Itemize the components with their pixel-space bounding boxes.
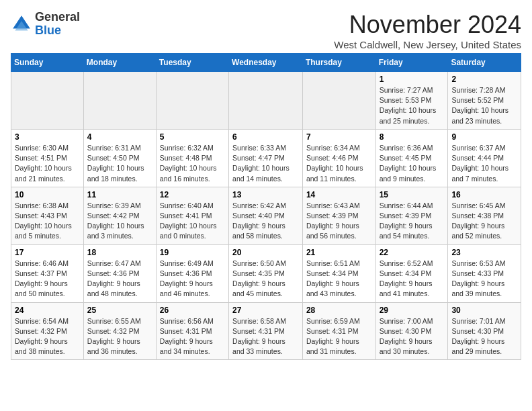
day-detail: Sunrise: 6:39 AM Sunset: 4:42 PM Dayligh… <box>87 201 152 242</box>
cell-content: 6Sunrise: 6:33 AM Sunset: 4:47 PM Daylig… <box>232 132 299 184</box>
cell-content: 22Sunrise: 6:52 AM Sunset: 4:34 PM Dayli… <box>380 248 445 300</box>
days-header-row: SundayMondayTuesdayWednesdayThursdayFrid… <box>11 54 521 72</box>
calendar-cell <box>302 72 375 130</box>
cell-content: 17Sunrise: 6:46 AM Sunset: 4:37 PM Dayli… <box>15 248 80 300</box>
day-number: 24 <box>15 306 80 315</box>
cell-content: 23Sunrise: 6:53 AM Sunset: 4:33 PM Dayli… <box>451 248 517 300</box>
logo-blue-text: Blue <box>35 24 61 37</box>
day-number: 18 <box>87 248 152 257</box>
cell-content: 5Sunrise: 6:32 AM Sunset: 4:48 PM Daylig… <box>160 132 225 184</box>
cell-content: 16Sunrise: 6:45 AM Sunset: 4:38 PM Dayli… <box>451 190 517 242</box>
calendar-week-1: 3Sunrise: 6:30 AM Sunset: 4:51 PM Daylig… <box>11 129 521 187</box>
calendar-cell: 2Sunrise: 7:28 AM Sunset: 5:52 PM Daylig… <box>448 72 521 130</box>
day-detail: Sunrise: 6:42 AM Sunset: 4:40 PM Dayligh… <box>232 201 299 242</box>
cell-content: 8Sunrise: 6:36 AM Sunset: 4:45 PM Daylig… <box>380 132 445 184</box>
cell-content: 21Sunrise: 6:51 AM Sunset: 4:34 PM Dayli… <box>306 248 372 300</box>
calendar-cell <box>11 72 84 130</box>
day-number: 7 <box>306 132 372 142</box>
calendar-cell: 19Sunrise: 6:49 AM Sunset: 4:36 PM Dayli… <box>156 244 228 302</box>
day-detail: Sunrise: 7:00 AM Sunset: 4:30 PM Dayligh… <box>380 316 445 357</box>
cell-content: 15Sunrise: 6:44 AM Sunset: 4:39 PM Dayli… <box>380 190 445 242</box>
cell-content: 10Sunrise: 6:38 AM Sunset: 4:43 PM Dayli… <box>15 190 80 242</box>
cell-content: 18Sunrise: 6:47 AM Sunset: 4:36 PM Dayli… <box>87 248 152 300</box>
calendar-cell: 23Sunrise: 6:53 AM Sunset: 4:33 PM Dayli… <box>448 244 521 302</box>
day-number: 29 <box>380 306 445 315</box>
calendar-cell: 12Sunrise: 6:40 AM Sunset: 4:41 PM Dayli… <box>156 187 228 244</box>
day-number: 10 <box>15 190 80 199</box>
cell-content: 14Sunrise: 6:43 AM Sunset: 4:39 PM Dayli… <box>306 190 372 242</box>
calendar-cell: 26Sunrise: 6:56 AM Sunset: 4:31 PM Dayli… <box>156 302 228 360</box>
day-number: 21 <box>306 248 372 257</box>
logo-icon <box>11 13 32 35</box>
day-number: 1 <box>380 75 445 84</box>
day-detail: Sunrise: 6:36 AM Sunset: 4:45 PM Dayligh… <box>380 143 445 184</box>
cell-content: 24Sunrise: 6:54 AM Sunset: 4:32 PM Dayli… <box>15 306 80 357</box>
day-number: 13 <box>232 190 299 199</box>
day-number: 27 <box>232 306 299 315</box>
title-block: November 2024 West Caldwell, New Jersey,… <box>334 11 521 50</box>
calendar-week-4: 24Sunrise: 6:54 AM Sunset: 4:32 PM Dayli… <box>11 302 521 360</box>
calendar-cell: 29Sunrise: 7:00 AM Sunset: 4:30 PM Dayli… <box>375 302 448 360</box>
calendar-cell: 1Sunrise: 7:27 AM Sunset: 5:53 PM Daylig… <box>375 72 448 130</box>
cell-content: 7Sunrise: 6:34 AM Sunset: 4:46 PM Daylig… <box>306 132 372 184</box>
cell-content: 3Sunrise: 6:30 AM Sunset: 4:51 PM Daylig… <box>15 132 80 184</box>
day-number: 6 <box>232 132 299 142</box>
calendar-cell <box>156 72 228 130</box>
calendar-cell: 30Sunrise: 7:01 AM Sunset: 4:30 PM Dayli… <box>448 302 521 360</box>
day-detail: Sunrise: 6:44 AM Sunset: 4:39 PM Dayligh… <box>380 201 445 242</box>
day-detail: Sunrise: 6:53 AM Sunset: 4:33 PM Dayligh… <box>451 259 517 300</box>
calendar-cell: 22Sunrise: 6:52 AM Sunset: 4:34 PM Dayli… <box>375 244 448 302</box>
day-detail: Sunrise: 6:31 AM Sunset: 4:50 PM Dayligh… <box>87 143 152 184</box>
day-detail: Sunrise: 6:59 AM Sunset: 4:31 PM Dayligh… <box>306 316 372 357</box>
day-detail: Sunrise: 6:37 AM Sunset: 4:44 PM Dayligh… <box>451 143 517 184</box>
cell-content: 19Sunrise: 6:49 AM Sunset: 4:36 PM Dayli… <box>160 248 225 300</box>
cell-content: 26Sunrise: 6:56 AM Sunset: 4:31 PM Dayli… <box>160 306 225 357</box>
day-detail: Sunrise: 6:58 AM Sunset: 4:31 PM Dayligh… <box>232 316 299 357</box>
day-detail: Sunrise: 6:38 AM Sunset: 4:43 PM Dayligh… <box>15 201 80 242</box>
day-number: 22 <box>380 248 445 257</box>
day-number: 3 <box>15 132 80 142</box>
day-detail: Sunrise: 6:51 AM Sunset: 4:34 PM Dayligh… <box>306 259 372 300</box>
day-number: 16 <box>451 190 517 199</box>
day-detail: Sunrise: 7:01 AM Sunset: 4:30 PM Dayligh… <box>451 316 517 357</box>
cell-content: 1Sunrise: 7:27 AM Sunset: 5:53 PM Daylig… <box>380 75 445 126</box>
day-detail: Sunrise: 6:49 AM Sunset: 4:36 PM Dayligh… <box>160 259 225 300</box>
calendar-cell <box>229 72 303 130</box>
calendar-week-2: 10Sunrise: 6:38 AM Sunset: 4:43 PM Dayli… <box>11 187 521 244</box>
day-header-sunday: Sunday <box>11 54 84 72</box>
calendar-cell: 11Sunrise: 6:39 AM Sunset: 4:42 PM Dayli… <box>83 187 156 244</box>
day-header-friday: Friday <box>375 54 448 72</box>
calendar-cell: 24Sunrise: 6:54 AM Sunset: 4:32 PM Dayli… <box>11 302 84 360</box>
cell-content: 20Sunrise: 6:50 AM Sunset: 4:35 PM Dayli… <box>232 248 299 300</box>
day-header-tuesday: Tuesday <box>156 54 228 72</box>
calendar-cell: 5Sunrise: 6:32 AM Sunset: 4:48 PM Daylig… <box>156 129 228 187</box>
calendar-cell <box>83 72 156 130</box>
calendar-cell: 20Sunrise: 6:50 AM Sunset: 4:35 PM Dayli… <box>229 244 303 302</box>
day-number: 19 <box>160 248 225 257</box>
day-detail: Sunrise: 6:50 AM Sunset: 4:35 PM Dayligh… <box>232 259 299 300</box>
calendar-cell: 27Sunrise: 6:58 AM Sunset: 4:31 PM Dayli… <box>229 302 303 360</box>
cell-content: 28Sunrise: 6:59 AM Sunset: 4:31 PM Dayli… <box>306 306 372 357</box>
day-number: 5 <box>160 132 225 142</box>
day-number: 14 <box>306 190 372 199</box>
day-header-wednesday: Wednesday <box>229 54 303 72</box>
cell-content: 4Sunrise: 6:31 AM Sunset: 4:50 PM Daylig… <box>87 132 152 184</box>
day-number: 2 <box>451 75 517 84</box>
calendar-cell: 10Sunrise: 6:38 AM Sunset: 4:43 PM Dayli… <box>11 187 84 244</box>
day-detail: Sunrise: 6:40 AM Sunset: 4:41 PM Dayligh… <box>160 201 225 242</box>
calendar-cell: 8Sunrise: 6:36 AM Sunset: 4:45 PM Daylig… <box>375 129 448 187</box>
day-detail: Sunrise: 6:54 AM Sunset: 4:32 PM Dayligh… <box>15 316 80 357</box>
calendar-cell: 6Sunrise: 6:33 AM Sunset: 4:47 PM Daylig… <box>229 129 303 187</box>
day-number: 17 <box>15 248 80 257</box>
day-detail: Sunrise: 6:33 AM Sunset: 4:47 PM Dayligh… <box>232 143 299 184</box>
calendar-cell: 9Sunrise: 6:37 AM Sunset: 4:44 PM Daylig… <box>448 129 521 187</box>
day-header-thursday: Thursday <box>302 54 375 72</box>
calendar-cell: 13Sunrise: 6:42 AM Sunset: 4:40 PM Dayli… <box>229 187 303 244</box>
day-number: 11 <box>87 190 152 199</box>
day-detail: Sunrise: 6:45 AM Sunset: 4:38 PM Dayligh… <box>451 201 517 242</box>
day-number: 26 <box>160 306 225 315</box>
day-detail: Sunrise: 6:52 AM Sunset: 4:34 PM Dayligh… <box>380 259 445 300</box>
day-number: 9 <box>451 132 517 142</box>
calendar-cell: 18Sunrise: 6:47 AM Sunset: 4:36 PM Dayli… <box>83 244 156 302</box>
cell-content: 25Sunrise: 6:55 AM Sunset: 4:32 PM Dayli… <box>87 306 152 357</box>
